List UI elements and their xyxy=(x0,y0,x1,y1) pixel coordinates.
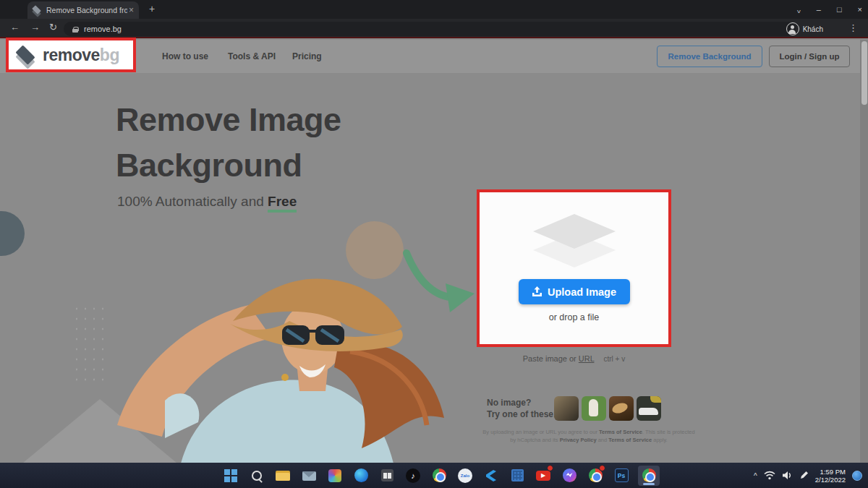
lock-icon xyxy=(72,27,78,32)
logo-highlight-box[interactable]: removebg xyxy=(6,38,136,72)
vscode-icon[interactable] xyxy=(482,466,501,485)
upload-image-button[interactable]: Upload Image xyxy=(519,279,630,304)
tab-list-chevron-icon[interactable]: ^ xyxy=(797,0,801,19)
login-signup-button[interactable]: Login / Sign up xyxy=(769,46,850,67)
start-icon[interactable] xyxy=(221,466,240,485)
chrome-profile-icon[interactable] xyxy=(586,466,605,485)
browser-tab-bar: Remove Background from Imag × + ^ – □ × xyxy=(0,0,868,19)
notification-badge-icon[interactable] xyxy=(852,471,862,481)
volume-icon[interactable] xyxy=(782,471,793,480)
youtube-icon[interactable]: ▶ xyxy=(534,466,553,485)
taskbar-icons: ♪ Zalo ▶ Ps xyxy=(221,463,660,488)
reload-button[interactable]: ↻ xyxy=(49,22,57,33)
zalo-icon[interactable]: Zalo xyxy=(456,466,475,485)
site-header: removebg How to use Tools & API Pricing … xyxy=(0,40,868,73)
messenger-icon[interactable] xyxy=(560,466,579,485)
tray-time: 1:59 PM xyxy=(815,468,846,476)
chrome-active-icon[interactable] xyxy=(638,466,660,486)
logo-text-bg: bg xyxy=(100,46,119,65)
minimize-button[interactable]: – xyxy=(817,0,821,19)
arrow-to-upload-icon xyxy=(399,247,480,314)
tiktok-icon[interactable]: ♪ xyxy=(404,466,422,485)
screen: Remove Background from Imag × + ^ – □ × … xyxy=(0,0,868,488)
maximize-button[interactable]: □ xyxy=(837,0,842,19)
nav-tools-api[interactable]: Tools & API xyxy=(228,51,276,61)
free-highlight: Free xyxy=(268,194,297,213)
sample-animal-thumbnail[interactable] xyxy=(582,396,606,421)
upload-card-highlight-box[interactable]: Upload Image or drop a file xyxy=(477,189,671,347)
layers-icon xyxy=(527,213,621,269)
sample-person-thumbnail[interactable] xyxy=(554,396,579,421)
mail-icon[interactable] xyxy=(299,466,318,485)
store-icon[interactable] xyxy=(378,466,396,485)
pen-icon[interactable] xyxy=(799,471,809,480)
browser-menu-icon[interactable]: ⋮ xyxy=(848,22,858,33)
upload-icon xyxy=(532,286,542,297)
hero-subtitle: 100% Automatically and Free xyxy=(117,194,297,210)
paste-image-row[interactable]: Paste image or URL ctrl + v xyxy=(477,354,671,363)
chrome-icon[interactable] xyxy=(430,466,448,485)
url-link[interactable]: URL xyxy=(579,354,595,363)
search-icon[interactable] xyxy=(247,466,266,485)
profile-name: Khách xyxy=(803,25,823,33)
paste-shortcut: ctrl + v xyxy=(603,355,625,363)
sample-food-thumbnail[interactable] xyxy=(609,396,634,421)
tab-close-icon[interactable]: × xyxy=(129,5,134,15)
scrollbar-thumb[interactable] xyxy=(861,41,867,105)
decor-teal-circle xyxy=(0,211,25,256)
page-title: Remove Image Background xyxy=(116,97,341,188)
system-tray: ^ 1:59 PM 2/12/2022 xyxy=(754,463,862,488)
url-text: remove.bg xyxy=(84,25,122,33)
tray-chevron-icon[interactable]: ^ xyxy=(754,472,757,480)
page-scrollbar[interactable] xyxy=(860,40,868,463)
new-tab-button[interactable]: + xyxy=(149,3,155,14)
photoshop-icon[interactable]: Ps xyxy=(612,466,631,485)
browser-profile[interactable]: Khách xyxy=(786,21,823,37)
tab-title: Remove Background from Imag xyxy=(46,6,127,14)
window-close-button[interactable]: × xyxy=(858,0,862,19)
forward-button[interactable]: → xyxy=(30,22,40,33)
no-image-label: No image? Try one of these: xyxy=(487,397,556,420)
photos-icon[interactable] xyxy=(326,466,344,485)
wifi-icon[interactable] xyxy=(764,471,775,480)
sample-car-thumbnail[interactable] xyxy=(637,396,661,421)
remove-background-button[interactable]: Remove Background xyxy=(657,46,762,67)
browser-tab[interactable]: Remove Background from Imag × xyxy=(27,1,139,19)
profile-avatar-icon xyxy=(786,22,799,35)
legal-text: By uploading an image or URL you agree t… xyxy=(480,428,697,444)
sample-thumbnails xyxy=(554,396,661,421)
window-controls: ^ – □ × xyxy=(797,0,862,19)
logo-text-remove: remove xyxy=(43,46,100,65)
address-bar[interactable]: remove.bg xyxy=(64,22,796,36)
office-icon[interactable] xyxy=(508,466,527,485)
tray-date: 2/12/2022 xyxy=(815,476,846,484)
drop-file-label: or drop a file xyxy=(549,312,599,322)
back-button[interactable]: ← xyxy=(10,22,20,33)
nav-pricing[interactable]: Pricing xyxy=(292,51,322,61)
edge-icon[interactable] xyxy=(352,466,370,485)
browser-toolbar: ← → ↻ remove.bg Khách ⋮ xyxy=(0,19,868,38)
windows-taskbar: ♪ Zalo ▶ Ps ^ xyxy=(0,463,868,488)
nav-how-to-use[interactable]: How to use xyxy=(162,51,208,61)
file-explorer-icon[interactable] xyxy=(273,466,292,485)
taskbar-clock[interactable]: 1:59 PM 2/12/2022 xyxy=(815,468,846,484)
removebg-logo-icon xyxy=(15,46,37,64)
removebg-favicon-icon xyxy=(32,6,42,14)
